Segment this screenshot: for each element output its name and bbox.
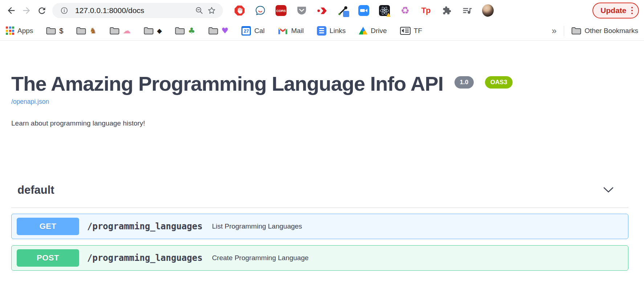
folder-icon: [571, 27, 581, 35]
operation-get-programming-languages[interactable]: GET /programming_languages List Programm…: [11, 214, 628, 239]
folder-icon: [110, 27, 119, 35]
extensions-menu-puzzle-icon[interactable]: [441, 5, 452, 16]
operation-path: /programming_languages: [87, 253, 203, 263]
update-button[interactable]: Update: [592, 3, 639, 19]
zoom-extension-icon[interactable]: [358, 5, 370, 16]
bookmarks-overflow-chevron-icon[interactable]: »: [552, 26, 557, 36]
bookmark-folder-graduation-cap[interactable]: ◆: [144, 27, 162, 35]
bookmarks-bar-right: » Other Bookmarks: [552, 26, 638, 36]
kebab-menu-icon[interactable]: [631, 7, 633, 15]
browser-toolbar: 127.0.0.1:8000/docs CORS: [0, 0, 644, 21]
bookmark-calendar[interactable]: 27 Cal: [241, 26, 265, 36]
version-badge: 1.0: [455, 76, 474, 89]
back-arrow-icon: [6, 5, 16, 16]
cors-extension-label: CORS: [276, 5, 286, 16]
method-badge: GET: [17, 218, 79, 235]
bookmark-folder-carousel-horse[interactable]: ♞: [76, 27, 97, 35]
method-badge: POST: [17, 249, 79, 267]
operation-summary: List Programming Languages: [212, 222, 302, 230]
other-bookmarks-folder[interactable]: Other Bookmarks: [571, 27, 638, 35]
folder-icon: [144, 27, 154, 35]
extensions-row: CORS ♻ Tp: [234, 5, 494, 16]
openapi-json-link[interactable]: /openapi.json: [11, 98, 49, 106]
adblock-extension-icon[interactable]: [234, 5, 245, 16]
reload-button[interactable]: [34, 3, 49, 18]
profile-avatar[interactable]: [482, 5, 494, 16]
api-title-text: The Amazing Programming Language Info AP…: [11, 72, 443, 95]
tp-extension-label: Tp: [421, 6, 431, 15]
zoom-out-icon[interactable]: [193, 4, 205, 17]
brain-emoji: ☁: [123, 27, 131, 35]
bookmark-tf[interactable]: TF: [400, 27, 422, 35]
card-speaker-icon: [400, 27, 411, 35]
gmail-icon: [278, 27, 288, 35]
folder-icon: [46, 27, 56, 35]
video-camera-icon: [358, 5, 369, 16]
bookmark-folder-purple-heart[interactable]: ♥: [208, 27, 229, 35]
atom-icon: [379, 5, 390, 16]
folder-icon: [76, 27, 86, 35]
tag-section-default: default GET /programming_languages List …: [11, 184, 628, 271]
url-text[interactable]: 127.0.0.1:8000/docs: [75, 6, 193, 15]
bookmark-star-icon[interactable]: [205, 4, 218, 17]
bookmark-folder-dollar[interactable]: $: [46, 27, 63, 35]
bookmark-label: Apps: [17, 27, 33, 35]
tag-header-default[interactable]: default: [11, 184, 628, 208]
bookmark-links[interactable]: Links: [317, 26, 346, 36]
other-bookmarks-label: Other Bookmarks: [584, 27, 638, 35]
forward-button[interactable]: [19, 3, 34, 18]
operation-path: /programming_languages: [87, 221, 203, 231]
calendar-day: 27: [242, 28, 250, 34]
swagger-ui: The Amazing Programming Language Info AP…: [0, 73, 644, 271]
bookmarks-bar: Apps $ ♞ ☁ ◆ ♣ ♥ 27 Cal Mail Links Dr: [0, 21, 644, 41]
herb-emoji: ♣: [188, 27, 195, 35]
apps-grid-icon: [6, 26, 14, 35]
bookmark-label: Cal: [254, 27, 265, 35]
forward-arrow-icon: [21, 5, 32, 16]
dollar-glyph: $: [59, 27, 63, 34]
bookmark-folder-herb[interactable]: ♣: [175, 27, 195, 35]
bookmark-folder-brain[interactable]: ☁: [110, 27, 131, 35]
oas3-badge: OAS3: [485, 76, 513, 89]
operation-post-programming-languages[interactable]: POST /programming_languages Create Progr…: [11, 245, 628, 271]
chevron-down-icon[interactable]: [603, 187, 614, 193]
google-calendar-icon: 27: [241, 26, 251, 36]
cors-extension-icon[interactable]: CORS: [275, 5, 287, 16]
pocket-extension-icon[interactable]: [296, 5, 307, 16]
update-button-label: Update: [600, 6, 626, 15]
carousel-horse-emoji: ♞: [89, 27, 97, 35]
list-icon: [317, 26, 326, 36]
address-bar[interactable]: 127.0.0.1:8000/docs: [52, 3, 223, 18]
site-info-icon[interactable]: [58, 4, 70, 17]
bookmark-label: Links: [330, 27, 346, 35]
reload-icon: [37, 6, 47, 16]
page-title: The Amazing Programming Language Info AP…: [11, 73, 628, 95]
purple-heart-emoji: ♥: [221, 27, 229, 35]
recycle-glyph: ♻: [401, 6, 409, 16]
google-drive-icon: [359, 27, 367, 34]
api-description: Learn about programming language history…: [11, 119, 628, 127]
avatar-photo: [482, 4, 494, 17]
bookmark-mail[interactable]: Mail: [278, 27, 304, 35]
operation-summary: Create Programming Language: [212, 254, 309, 262]
refactoring-extension-icon[interactable]: [317, 5, 328, 16]
bookmark-apps[interactable]: Apps: [6, 26, 33, 35]
back-button[interactable]: [4, 3, 19, 18]
bookmark-label: TF: [414, 27, 422, 35]
recycle-extension-icon[interactable]: ♻: [399, 5, 411, 16]
graduation-cap-emoji: ◆: [157, 28, 162, 34]
folder-icon: [175, 27, 185, 35]
divider: [564, 26, 564, 36]
tag-name[interactable]: default: [17, 184, 54, 197]
bookmark-label: Mail: [291, 27, 304, 35]
bookmark-drive[interactable]: Drive: [359, 27, 387, 35]
playlist-icon[interactable]: [461, 5, 473, 16]
bookmark-label: Drive: [371, 27, 387, 35]
tp-extension-icon[interactable]: Tp: [420, 5, 432, 16]
colorpicker-extension-icon[interactable]: [337, 5, 349, 16]
chat-bubble-extension-icon[interactable]: [254, 5, 266, 16]
react-devtools-extension-icon[interactable]: [379, 5, 390, 16]
folder-icon: [208, 27, 218, 35]
